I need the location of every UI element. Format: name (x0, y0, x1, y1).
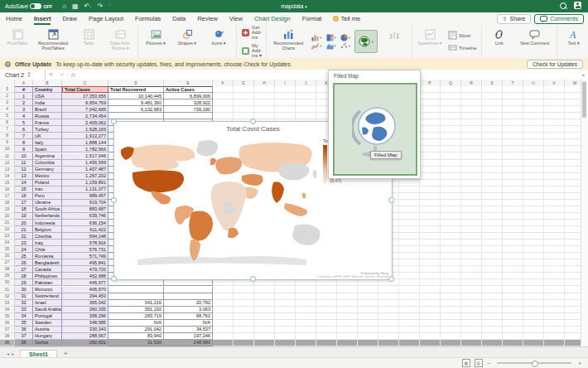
empty-cell[interactable] (337, 340, 358, 346)
empty-cell[interactable] (441, 220, 461, 226)
empty-cell[interactable] (275, 113, 296, 119)
empty-cell[interactable] (420, 259, 441, 266)
empty-cell[interactable] (503, 300, 523, 307)
empty-cell[interactable] (420, 313, 441, 320)
cell-active-cases[interactable]: 328,922 (164, 99, 213, 106)
cell-active-cases[interactable]: 3,063 (164, 307, 213, 313)
empty-cell[interactable] (523, 146, 544, 153)
cell-index[interactable]: 18 (15, 206, 33, 213)
comments-button[interactable]: Comments (534, 14, 584, 24)
cell-index[interactable]: 1 (15, 93, 33, 99)
add-sheet-button[interactable]: + (64, 350, 68, 357)
empty-cell[interactable] (461, 313, 482, 320)
empty-cell[interactable] (275, 327, 296, 333)
column-header-V[interactable]: V (544, 80, 565, 86)
empty-cell[interactable] (461, 206, 482, 213)
empty-cell[interactable] (544, 200, 565, 206)
empty-cell[interactable] (544, 287, 565, 293)
empty-cell[interactable] (482, 253, 503, 259)
chart-handle[interactable] (388, 197, 394, 203)
cell-country[interactable]: USA (33, 93, 62, 99)
empty-cell[interactable] (461, 126, 482, 133)
filled-map-option[interactable] (333, 83, 417, 176)
cell-total-recovered[interactable] (108, 113, 164, 119)
home-icon[interactable]: ⌂ (62, 2, 66, 10)
empty-cell[interactable] (254, 113, 275, 119)
cell-total-cases[interactable]: 571,749 (62, 253, 108, 259)
empty-cell[interactable] (399, 259, 420, 266)
empty-cell[interactable] (482, 259, 503, 266)
empty-cell[interactable] (503, 200, 523, 206)
empty-cell[interactable] (420, 246, 441, 253)
empty-cell[interactable] (503, 193, 523, 200)
empty-cell[interactable] (378, 333, 399, 340)
empty-cell[interactable] (254, 340, 275, 346)
empty-cell[interactable] (482, 200, 503, 206)
cell-total-recovered[interactable]: 31,536 (108, 340, 164, 346)
empty-cell[interactable] (482, 327, 503, 333)
empty-cell[interactable] (213, 287, 234, 293)
cell-index[interactable]: 17 (15, 200, 33, 206)
search-icon[interactable] (560, 2, 566, 9)
cell-total-recovered[interactable]: Total Recovered (108, 86, 164, 93)
row-header-14[interactable]: 14 (0, 173, 15, 180)
cell-total-cases[interactable]: 348,585 (62, 320, 108, 327)
name-box-stepper[interactable]: ▲▼ (27, 71, 31, 78)
empty-cell[interactable] (234, 313, 254, 320)
empty-cell[interactable] (523, 266, 544, 273)
empty-cell[interactable] (441, 146, 461, 153)
chart-handle[interactable] (111, 197, 117, 203)
cell-country[interactable]: Czechia (33, 233, 62, 240)
empty-cell[interactable] (503, 93, 523, 99)
cell-index[interactable]: 26 (15, 259, 33, 266)
column-header-D[interactable]: D (108, 80, 164, 86)
empty-cell[interactable] (296, 307, 316, 313)
empty-cell[interactable] (275, 279, 296, 286)
empty-cell[interactable] (523, 300, 544, 307)
row-header-24[interactable]: 24 (0, 240, 15, 246)
cell-country[interactable]: Sweden (33, 320, 62, 327)
empty-cell[interactable] (420, 99, 441, 106)
empty-cell[interactable] (482, 146, 503, 153)
cell-index[interactable]: 22 (15, 233, 33, 240)
empty-cell[interactable] (441, 266, 461, 273)
tab-home[interactable]: Home (0, 12, 28, 25)
cell-index[interactable]: 7 (15, 133, 33, 139)
empty-cell[interactable] (275, 320, 296, 327)
cell-active-cases[interactable]: 34,537 (164, 327, 213, 333)
empty-cell[interactable] (503, 287, 523, 293)
empty-cell[interactable] (461, 333, 482, 340)
tab-insert[interactable]: Insert (28, 12, 56, 25)
empty-cell[interactable] (213, 279, 234, 286)
empty-cell[interactable] (316, 320, 337, 327)
empty-cell[interactable] (523, 139, 544, 146)
empty-cell[interactable] (523, 287, 544, 293)
empty-cell[interactable] (441, 119, 461, 126)
row-header-3[interactable]: 3 (0, 99, 15, 106)
row-header-5[interactable]: 5 (0, 113, 15, 119)
empty-cell[interactable] (420, 226, 441, 233)
row-header-31[interactable]: 31 (0, 287, 15, 293)
empty-cell[interactable] (399, 213, 420, 220)
empty-cell[interactable] (234, 106, 254, 113)
row-header-36[interactable]: 36 (0, 320, 15, 327)
empty-cell[interactable] (441, 186, 461, 193)
empty-cell[interactable] (544, 307, 565, 313)
empty-cell[interactable] (441, 180, 461, 186)
tab-page-layout[interactable]: Page Layout (83, 12, 129, 25)
cell-active-cases[interactable]: N/A (164, 320, 213, 327)
empty-cell[interactable] (441, 307, 461, 313)
empty-cell[interactable] (503, 139, 523, 146)
empty-cell[interactable] (523, 273, 544, 279)
empty-cell[interactable] (503, 119, 523, 126)
vertical-scrollbar[interactable] (581, 80, 588, 346)
cell-index[interactable]: 5 (15, 119, 33, 126)
empty-cell[interactable] (523, 320, 544, 327)
empty-cell[interactable] (523, 340, 544, 346)
empty-cell[interactable] (441, 240, 461, 246)
empty-cell[interactable] (544, 333, 565, 340)
cell-country[interactable]: Canada (33, 266, 62, 273)
empty-cell[interactable] (461, 93, 482, 99)
empty-cell[interactable] (523, 293, 544, 300)
cell-active-cases[interactable] (164, 293, 213, 300)
